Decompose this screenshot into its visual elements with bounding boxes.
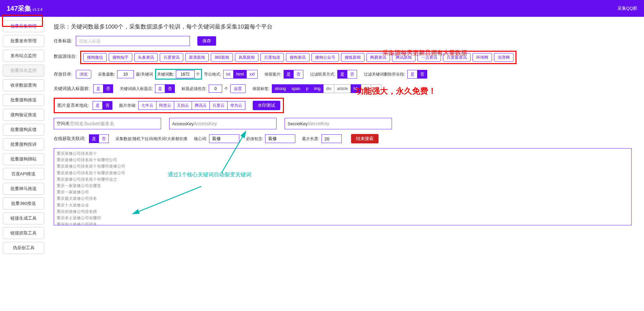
source-1[interactable]: 搜狗知乎 bbox=[109, 53, 132, 62]
row-settings-2: 关键词插入标题前: 是否 关键词插入标题后: 是否 标题必须包含: 个 设置 保… bbox=[54, 84, 637, 93]
store-seg-opt-1[interactable]: 阿里云 bbox=[156, 101, 174, 110]
filter-label: 过滤关键词删除所在段: bbox=[364, 72, 405, 77]
source-8[interactable]: 搜狗资讯 bbox=[286, 53, 309, 62]
before-label: 关键词插入标题前: bbox=[54, 86, 90, 92]
sidebar-item-14[interactable]: 链接抓取工具 bbox=[3, 227, 44, 239]
online-segment: 是否 bbox=[89, 134, 109, 143]
source-15[interactable]: 环球网 bbox=[473, 53, 492, 62]
sources-label: 数据源综合: bbox=[54, 53, 77, 59]
must-input[interactable] bbox=[209, 85, 222, 93]
store-label: 图片存储: bbox=[119, 103, 136, 108]
sidebar-item-11[interactable]: 批量神马推送 bbox=[3, 183, 44, 195]
source-9[interactable]: 搜狗公众号 bbox=[311, 53, 339, 62]
img-segment: 是否 bbox=[284, 70, 303, 79]
fmt-seg-opt-2[interactable]: xxf bbox=[247, 70, 257, 79]
before-seg-opt-0[interactable]: 是 bbox=[93, 84, 103, 93]
sidebar-item-8[interactable]: 批量搜狗投诉 bbox=[3, 138, 44, 150]
contact-label: 过滤联系方式: bbox=[310, 72, 335, 77]
set-button[interactable]: 设置 bbox=[230, 84, 246, 93]
core-input[interactable] bbox=[209, 134, 239, 143]
after-seg-opt-1[interactable]: 否 bbox=[165, 84, 175, 93]
annotation-redbox-sidebar bbox=[2, 15, 43, 27]
before-segment: 是否 bbox=[93, 84, 113, 93]
store-seg-opt-0[interactable]: 七牛云 bbox=[138, 101, 156, 110]
count-input[interactable] bbox=[117, 70, 134, 78]
sidebar-item-4[interactable]: 收录数据查询 bbox=[3, 79, 44, 91]
tags-seg-opt-0[interactable]: strong bbox=[272, 84, 289, 93]
source-0[interactable]: 搜狗微信 bbox=[83, 53, 107, 62]
fmt-seg-opt-0[interactable]: txt bbox=[223, 70, 234, 79]
fmt-seg-opt-1[interactable]: html bbox=[234, 70, 247, 79]
source-2[interactable]: 头条资讯 bbox=[134, 53, 158, 62]
online-seg-opt-1[interactable]: 否 bbox=[99, 134, 109, 143]
max-label: 最大长度: bbox=[302, 136, 319, 142]
sidebar-item-2[interactable]: 发布站点监控 bbox=[3, 50, 44, 62]
sidebar-item-6[interactable]: 搜狗验证推送 bbox=[3, 109, 44, 121]
before-seg-opt-1[interactable]: 否 bbox=[103, 84, 113, 93]
keywords-textarea[interactable] bbox=[54, 148, 632, 225]
sidebar-item-12[interactable]: 批量360推送 bbox=[3, 197, 44, 210]
sidebar-item-10[interactable]: 百度API推送 bbox=[3, 168, 44, 180]
row-task: 任务标题: 保存 bbox=[54, 36, 637, 46]
after-seg-opt-0[interactable]: 是 bbox=[155, 84, 165, 93]
store-seg-opt-4[interactable]: 百度云 bbox=[210, 101, 228, 110]
source-16[interactable]: 澎湃网 bbox=[494, 53, 513, 62]
tags-seg-opt-5[interactable]: article bbox=[334, 84, 351, 93]
online-seg-opt-0[interactable]: 是 bbox=[89, 134, 99, 143]
source-5[interactable]: 360新闻 bbox=[211, 53, 233, 62]
sidebar-item-13[interactable]: 链接生成工具 bbox=[3, 212, 44, 224]
filter-segment: 是否 bbox=[407, 70, 427, 79]
must-label: 标题必须包含: bbox=[182, 86, 207, 92]
sidebar-item-7[interactable]: 批量搜狗反馈 bbox=[3, 124, 44, 136]
tags-seg-opt-4[interactable]: div bbox=[324, 84, 334, 93]
filter-seg-opt-1[interactable]: 否 bbox=[417, 70, 427, 79]
main-panel: 提示：关键词数最多1000个，采集数据源多个轮训，每个关键词最多采集10篇每个平… bbox=[47, 17, 644, 260]
browse-button[interactable]: 浏览 bbox=[76, 70, 91, 79]
cloud-input-field-1[interactable] bbox=[194, 121, 274, 126]
store-seg-opt-3[interactable]: 腾讯云 bbox=[192, 101, 210, 110]
tags-seg-opt-1[interactable]: span bbox=[289, 84, 303, 93]
sidebar-item-5[interactable]: 批量搜狗推送 bbox=[3, 94, 44, 106]
cloud-input-1: AccessKey bbox=[169, 118, 277, 129]
source-6[interactable]: 凤凰新闻 bbox=[235, 53, 258, 62]
sidebar-item-9[interactable]: 批量搜狗绑站 bbox=[3, 153, 44, 165]
task-title-input[interactable] bbox=[76, 36, 190, 46]
tags-seg-opt-2[interactable]: p bbox=[303, 84, 311, 93]
tags-seg-opt-3[interactable]: img bbox=[311, 84, 324, 93]
max-input[interactable] bbox=[321, 134, 342, 143]
local-seg-opt-0[interactable]: 是 bbox=[93, 101, 103, 110]
cloud-input-field-2[interactable] bbox=[308, 121, 389, 126]
qq-group-link[interactable]: 采集QQ群 bbox=[617, 5, 637, 11]
cloud-input-prefix-2: SecretKey bbox=[288, 121, 308, 126]
filter-seg-opt-0[interactable]: 是 bbox=[407, 70, 417, 79]
tags-label: 保留标签: bbox=[252, 86, 269, 92]
cloud-input-0: 空间名 bbox=[54, 118, 161, 129]
sidebar-item-15[interactable]: 伪原创工具 bbox=[3, 242, 44, 254]
source-3[interactable]: 百度资讯 bbox=[160, 53, 183, 62]
must2-input[interactable] bbox=[265, 134, 295, 143]
count-label: 采集篇数: bbox=[98, 72, 115, 77]
store-seg-opt-2[interactable]: 又拍云 bbox=[174, 101, 192, 110]
cloud-input-field-0[interactable] bbox=[70, 121, 158, 126]
sidebar-item-1[interactable]: 批量发布管理 bbox=[3, 35, 44, 47]
img-seg-opt-0[interactable]: 是 bbox=[284, 70, 294, 79]
fmt-segment: txthtmlxxf bbox=[223, 70, 258, 79]
img-seg-opt-1[interactable]: 否 bbox=[294, 70, 303, 79]
contact-seg-opt-1[interactable]: 否 bbox=[347, 70, 357, 79]
kw-input[interactable] bbox=[176, 70, 195, 78]
save-button[interactable]: 保存 bbox=[197, 36, 216, 46]
topbar: 147采集 v1.2.4 采集QQ群 bbox=[0, 0, 644, 17]
source-10[interactable]: 搜狐新闻 bbox=[341, 53, 364, 62]
cloud-input-prefix-1: AccessKey bbox=[172, 121, 194, 126]
store-seg-opt-5[interactable]: 华为云 bbox=[228, 101, 245, 110]
watermark-button[interactable]: 水印测试 bbox=[253, 101, 280, 110]
brand-name: 147采集 bbox=[7, 5, 31, 12]
contact-seg-opt-0[interactable]: 是 bbox=[337, 70, 347, 79]
dir-label: 存放目录: bbox=[54, 71, 72, 77]
local-seg-opt-1[interactable]: 否 bbox=[103, 101, 112, 110]
source-4[interactable]: 新浪新闻 bbox=[185, 53, 209, 62]
img-label: 保留图片: bbox=[264, 72, 282, 77]
end-search-button[interactable]: 结束搜索 bbox=[351, 134, 379, 143]
source-7[interactable]: 百度知道 bbox=[260, 53, 284, 62]
annotation-teal-text: 通过1个核心关键词自动裂变关键词 bbox=[168, 171, 251, 178]
